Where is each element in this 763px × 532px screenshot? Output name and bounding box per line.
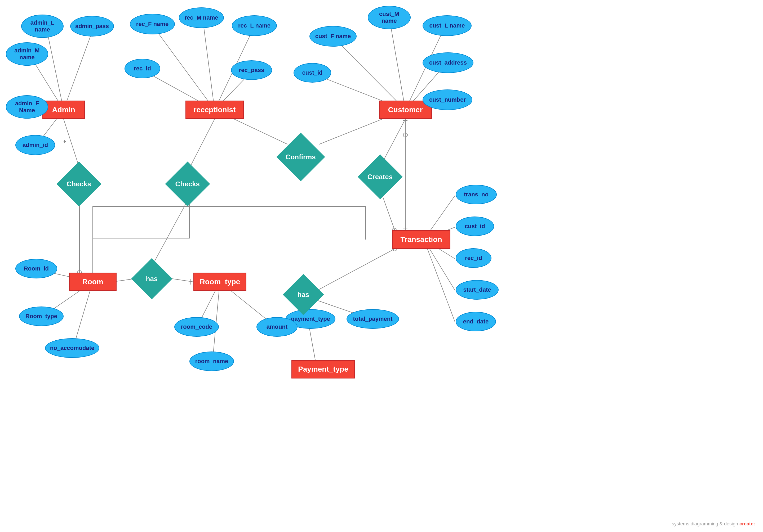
svg-line-48 [306, 249, 395, 297]
attr-trans-no: trans_no [456, 185, 497, 204]
attr-rec-id: rec_id [125, 59, 160, 78]
attr-room-code: room_code [174, 317, 219, 337]
svg-line-21 [189, 119, 215, 168]
svg-line-16 [63, 119, 79, 168]
attr-cust-address: cust_address [423, 52, 474, 73]
entity-room-type: Room_type [193, 273, 246, 291]
attr-rec-f-name: rec_F name [130, 14, 175, 35]
svg-line-57 [93, 197, 189, 273]
attr-start-date: start_date [456, 280, 498, 300]
svg-line-28 [382, 119, 405, 164]
entity-transaction: Transaction [392, 230, 450, 249]
attr-admin-pass: admin_pass [70, 16, 114, 37]
svg-line-36 [424, 239, 455, 322]
svg-line-0 [47, 28, 63, 110]
watermark: systems diagramming & design create: [672, 521, 755, 527]
brand-logo: create: [739, 521, 755, 526]
svg-line-1 [63, 27, 94, 110]
attr-admin-f-name: admin_FName [6, 95, 48, 119]
attr-room-name: room_name [189, 351, 234, 371]
attr-room-type-attr: Room_type [19, 307, 63, 326]
attr-cust-m-name: cust_Mname [368, 6, 411, 29]
attr-rec-m-name: rec_M name [179, 7, 224, 28]
attr-end-date: end_date [456, 312, 496, 331]
attr-room-id: Room_id [15, 259, 57, 278]
attr-cust-f-name: cust_F name [309, 26, 357, 46]
attr-admin-l-name: admin_Lname [21, 15, 63, 38]
svg-line-30 [382, 193, 395, 230]
attr-admin-m-name: admin_Mname [6, 43, 48, 66]
entity-receptionist: receptionist [185, 101, 244, 119]
entity-admin: Admin [43, 101, 85, 119]
attr-no-accomodate: no_accomodate [45, 338, 99, 358]
attr-cust-number: cust_number [423, 89, 472, 110]
attr-amount: amount [257, 317, 297, 337]
attr-trans-rec-id: rec_id [456, 248, 491, 268]
attr-rec-l-name: rec_L name [232, 15, 277, 36]
attr-admin-id: admin_id [15, 135, 55, 155]
connections-svg [0, 0, 763, 532]
attr-total-payment: total_payment [347, 309, 399, 329]
attr-rec-pass: rec_pass [231, 60, 272, 80]
attr-trans-cust-id: cust_id [456, 217, 494, 236]
attr-cust-l-name: cust_L name [423, 15, 472, 36]
entity-room: Room [69, 273, 117, 291]
attr-cust-id: cust_id [293, 63, 331, 83]
entity-payment-type: Payment_type [291, 360, 355, 379]
er-diagram: Admin receptionist Customer Room Room_ty… [0, 0, 763, 532]
